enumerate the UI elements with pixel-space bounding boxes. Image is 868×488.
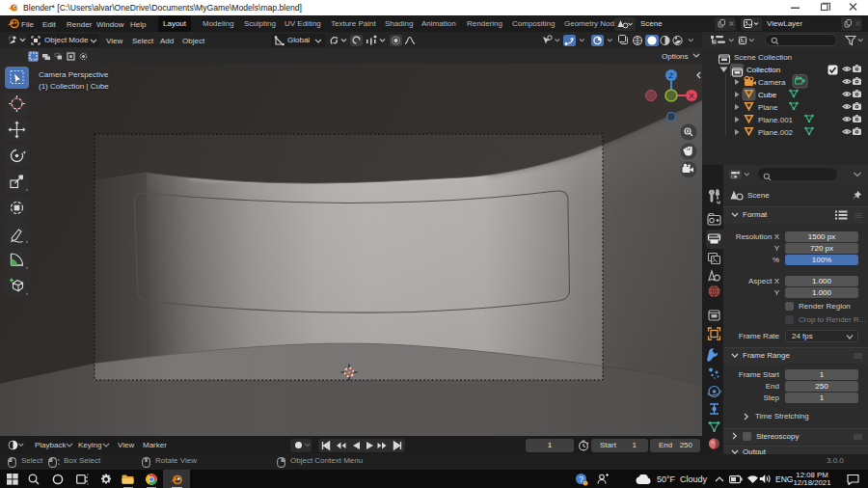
svg-text:X: X xyxy=(689,92,694,100)
svg-text:Plane: Plane xyxy=(758,103,778,112)
svg-text:Plane.001: Plane.001 xyxy=(758,116,794,124)
svg-text:?: ? xyxy=(579,474,583,484)
svg-text:Camera: Camera xyxy=(758,78,786,87)
svg-text:Z: Z xyxy=(669,71,674,80)
svg-text:Plane.002: Plane.002 xyxy=(758,128,794,137)
svg-text:Cube: Cube xyxy=(758,91,777,99)
